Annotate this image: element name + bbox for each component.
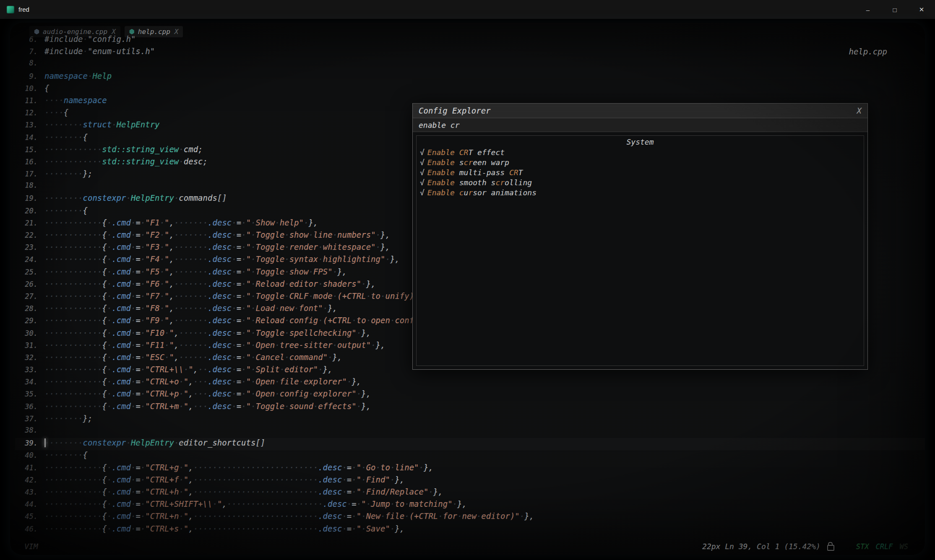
close-button[interactable]: ✕ <box>908 0 935 19</box>
token: · <box>160 316 164 325</box>
code-line[interactable]: 36.············{·.cmd·=·"CTRL+m·",···.de… <box>15 402 925 414</box>
token: { <box>102 487 107 496</box>
code-line[interactable]: 9.namespace·Help <box>15 71 925 83</box>
checkbox-checked-icon[interactable]: √ <box>420 168 425 178</box>
checkbox-checked-icon[interactable]: √ <box>420 148 425 158</box>
code-line[interactable]: 38. <box>15 426 925 438</box>
token: ········ <box>44 450 83 459</box>
token: line" <box>395 463 419 472</box>
token: · <box>357 402 361 411</box>
token: .desc <box>318 487 342 496</box>
token: ······· <box>174 218 208 227</box>
code-line[interactable]: 7.#include·"enum-utils.h" <box>15 47 925 59</box>
token: · <box>333 291 337 301</box>
code-line[interactable]: 42.············{·.cmd·=·"CTRL+f·",······… <box>15 475 925 487</box>
token: Toggle <box>256 328 285 337</box>
code-line[interactable]: 46.············{·.cmd·=·"CTRL+s·",······… <box>15 524 925 536</box>
token: · <box>131 487 135 496</box>
token: · <box>131 511 135 521</box>
token: " <box>169 328 174 337</box>
config-option[interactable]: √Enable screen warp <box>420 158 860 168</box>
token: " <box>164 279 169 288</box>
checkbox-checked-icon[interactable]: √ <box>420 178 425 188</box>
token: Find/Replace" <box>366 487 429 496</box>
code-line[interactable]: 40.········{ <box>15 450 925 462</box>
token: · <box>141 499 145 508</box>
token: · <box>107 230 112 239</box>
popup-close-icon[interactable]: X <box>857 106 862 115</box>
config-option[interactable]: √Enable CRT effect <box>420 148 860 158</box>
code-line[interactable]: 41.············{·.cmd·=·"CTRL+g·",······… <box>15 463 925 475</box>
token: new <box>280 303 294 313</box>
config-option[interactable]: √Enable cursor animations <box>420 188 860 198</box>
token: ············ <box>44 316 102 325</box>
token: · <box>232 402 236 411</box>
token: }, <box>390 254 400 264</box>
token: · <box>241 254 246 264</box>
token: .desc <box>318 475 342 484</box>
token: { <box>102 377 107 386</box>
code-line[interactable]: 34.············{·.cmd·=·"CTRL+o·",···.de… <box>15 377 925 389</box>
code-line[interactable]: 10.{ <box>15 83 925 96</box>
tab-close-button[interactable]: X <box>174 28 179 36</box>
token: .desc <box>208 402 232 411</box>
line-content: { <box>44 83 49 93</box>
token: · <box>131 463 135 472</box>
token: , <box>188 463 193 472</box>
checkbox-checked-icon[interactable]: √ <box>420 188 425 198</box>
token: cmd <box>184 145 198 154</box>
token: · <box>160 242 164 251</box>
minimize-button[interactable]: – <box>854 0 881 19</box>
code-line[interactable]: 43.············{·.cmd·=·"CTRL+h·",······… <box>15 487 925 499</box>
line-number: 18. <box>15 181 44 189</box>
code-line[interactable]: 35.············{·.cmd·=·"CTRL+p·",···.de… <box>15 389 925 401</box>
token: · <box>284 242 289 251</box>
token: { <box>83 132 88 142</box>
checkbox-checked-icon[interactable]: √ <box>420 158 425 168</box>
code-line[interactable]: 44.············{·.cmd·=·"CTRL+SHIFT+\\·"… <box>15 499 925 511</box>
token: ············ <box>44 230 102 239</box>
token: · <box>404 499 409 508</box>
line-content: #include·"enum-utils.h" <box>44 47 155 56</box>
token: }, <box>395 475 404 484</box>
token: · <box>179 402 183 411</box>
code-line[interactable]: 8. <box>15 59 925 71</box>
token: · <box>520 511 524 521</box>
token: ········ <box>44 120 83 129</box>
code-line[interactable]: 37.········}; <box>15 414 925 426</box>
token: Toggle <box>256 254 285 264</box>
config-option[interactable]: √Enable multi-pass CRT <box>420 168 860 178</box>
token: (+CTRL <box>409 511 438 521</box>
config-option[interactable]: √Enable smooth scrolling <box>420 178 860 188</box>
token: render <box>289 242 318 251</box>
token: ······· <box>174 316 208 325</box>
token: · <box>352 511 356 521</box>
token: .desc <box>208 340 232 350</box>
tab-help.cpp[interactable]: help.cppX <box>125 26 183 37</box>
token: · <box>328 353 332 362</box>
token: · <box>141 242 145 251</box>
status-flags: STXCRLFWS <box>856 542 908 551</box>
token: · <box>164 340 169 350</box>
code-line[interactable]: 39.········constexpr·HelpEntry·editor_sh… <box>15 438 925 450</box>
token: " <box>246 291 251 301</box>
token: Show <box>256 218 275 227</box>
token: (+CTRL <box>337 291 366 301</box>
token: · <box>333 230 337 239</box>
token: = <box>347 487 352 496</box>
tab-close-button[interactable]: X <box>112 28 116 36</box>
maximize-button[interactable]: □ <box>881 0 908 19</box>
tab-audio-engine.cpp[interactable]: audio-engine.cppX <box>29 26 120 37</box>
config-search-input[interactable]: enable cr <box>413 118 867 132</box>
token: ······· <box>174 279 208 288</box>
token: ········ <box>44 438 83 447</box>
token: output" <box>337 340 371 350</box>
token: ············ <box>44 365 102 374</box>
token: Toggle <box>256 402 285 411</box>
code-line[interactable]: 45.············{·.cmd·=·"CTRL+n·",······… <box>15 511 925 524</box>
line-number: 12. <box>15 109 44 117</box>
token: HelpEntry <box>131 438 174 447</box>
token: editor_shortcuts <box>179 438 255 447</box>
token: " <box>246 267 251 276</box>
token: · <box>179 475 183 484</box>
